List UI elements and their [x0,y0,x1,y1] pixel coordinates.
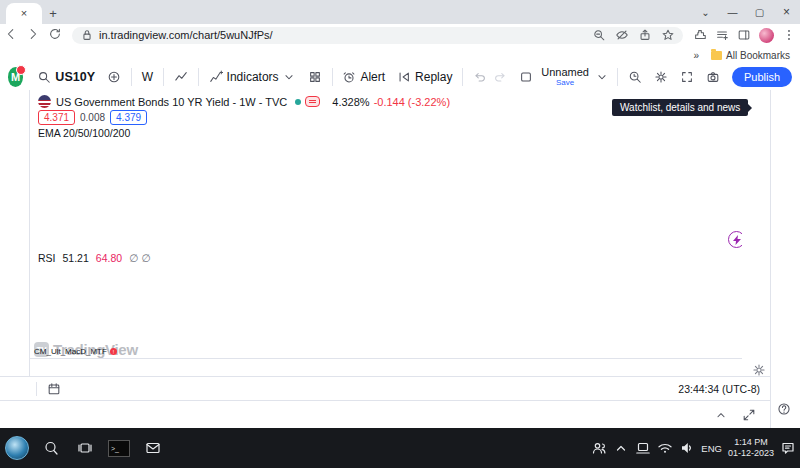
panel-expand-icon[interactable] [742,408,756,422]
price-axis[interactable] [742,90,770,358]
ask-value: 4.379 [110,110,147,125]
go-to-date-icon[interactable] [47,382,61,396]
tv-header: M US10Y W Indicators Alert Replay [0,64,800,91]
bid-ask-row: 4.371 0.008 4.379 [38,110,147,125]
fullscreen-icon[interactable] [674,70,700,84]
layout-select-icon[interactable] [513,70,539,84]
symbol-search-button[interactable]: US10Y [31,70,101,84]
interval-button[interactable]: W [136,70,159,84]
url-bar[interactable]: in.tradingview.com/chart/5wuNJfPs/ [72,27,683,44]
reading-list-icon[interactable] [715,28,729,42]
save-label[interactable]: Save [556,79,574,87]
market-status-dot [295,99,301,105]
browser-toolbar: in.tradingview.com/chart/5wuNJfPs/ [0,24,800,46]
last-value: 4.328% [332,96,369,108]
menu-kebab-icon[interactable] [782,28,796,42]
screen: × + ⌄ — ▢ × in.tradingview.com/chart/5wu… [0,0,800,468]
tray-chevron-icon[interactable] [613,440,629,456]
symbol-label: US10Y [55,70,95,84]
alert-icon [342,70,356,84]
layout-name[interactable]: UnnamedSave [541,67,589,87]
spread-value: 0.008 [80,112,105,123]
minimize-icon[interactable]: — [719,7,746,18]
new-tab-button[interactable]: + [42,3,64,24]
indicator-error-label[interactable]: CM_Ult_MacD_MTF! [34,347,117,356]
indicators-button[interactable]: Indicators [203,70,302,84]
window-controls: ⌄ — ▢ × [692,0,800,24]
change-value: -0.144 (-3.22%) [374,96,450,108]
main-legend[interactable]: US Government Bonds 10 YR Yield - 1W - T… [38,95,450,108]
range-bar: 23:44:34 (UTC-8) [0,376,770,400]
chart-area[interactable] [30,90,742,358]
replay-button[interactable]: Replay [391,70,458,84]
templates-icon[interactable] [302,70,328,84]
all-bookmarks-label[interactable]: All Bookmarks [726,50,790,61]
url-text[interactable]: in.tradingview.com/chart/5wuNJfPs/ [99,29,583,41]
ema-legend[interactable]: EMA 20/50/100/200 [38,127,130,139]
chart-type-icon[interactable] [168,70,194,84]
people-icon[interactable] [591,440,607,456]
panel-chevron-up-icon[interactable] [714,408,728,422]
snapshot-camera-icon[interactable] [700,70,726,84]
device-icon[interactable] [635,440,651,456]
eye-off-icon[interactable] [615,28,629,42]
bookmarks-overflow[interactable]: » [694,50,700,61]
session-clock[interactable]: 23:44:34 (UTC-8) [678,383,760,395]
extensions-icon[interactable] [693,28,707,42]
settings-gear-icon[interactable] [648,70,674,84]
ema-label: EMA 20/50/100/200 [38,127,130,139]
user-avatar[interactable]: M [8,67,23,87]
right-sidebar [770,90,800,428]
rsi-extra-values: ∅ ∅ [129,252,150,264]
legend-title[interactable]: US Government Bonds 10 YR Yield - 1W - T… [56,96,287,108]
share-icon[interactable] [638,28,652,42]
terminal-icon[interactable]: >_ [102,428,136,468]
undo-icon[interactable] [467,70,493,84]
status-bar [0,400,770,428]
bookmark-star-icon[interactable] [661,28,675,42]
chevron-down-icon [282,70,296,84]
us-flag-icon [38,95,51,108]
reload-icon[interactable] [44,27,66,44]
task-view-icon[interactable] [68,428,102,468]
watchlist-tooltip: Watchlist, details and news [612,99,748,116]
bid-value: 4.371 [38,110,75,125]
tab-search-icon[interactable]: ⌄ [692,7,719,18]
publish-button[interactable]: Publish [732,67,792,87]
search-icon [37,70,51,84]
side-panel-icon[interactable] [737,28,751,42]
quick-search-icon[interactable] [622,70,648,84]
profile-avatar[interactable] [759,28,774,43]
language-indicator[interactable]: ENG [701,443,722,454]
maximize-icon[interactable]: ▢ [746,7,773,18]
time-axis[interactable] [30,358,742,377]
data-issue-icon[interactable] [305,96,320,107]
taskbar-search-icon[interactable] [34,428,68,468]
forward-icon[interactable] [22,27,44,44]
alert-button[interactable]: Alert [336,70,391,84]
axis-gear-icon[interactable] [752,363,766,377]
drawing-toolbar [0,90,30,400]
wifi-icon[interactable] [657,440,673,456]
close-icon[interactable]: × [773,5,800,19]
back-icon[interactable] [0,27,22,44]
close-tab-icon[interactable]: × [21,8,27,19]
rsi-legend[interactable]: RSI 51.21 64.80 ∅ ∅ [38,252,150,264]
replay-icon [397,70,411,84]
indicators-icon [209,70,223,84]
action-center-icon[interactable] [780,440,796,456]
active-tab[interactable]: × [6,3,42,24]
layout-chevron-icon[interactable] [591,70,613,84]
mail-icon[interactable] [136,428,170,468]
speaker-icon[interactable] [679,440,695,456]
chart-canvas[interactable] [30,90,742,358]
rsi-label: RSI [38,252,56,264]
clock-date[interactable]: 1:14 PM01-12-2023 [728,437,774,460]
redo-icon[interactable] [493,70,513,84]
start-button[interactable] [0,428,34,468]
windows-taskbar: >_ ENG 1:14 PM01-12-2023 [0,428,800,468]
bookmarks-bar: » All Bookmarks [0,46,800,64]
system-tray: ENG 1:14 PM01-12-2023 [591,437,800,460]
compare-icon[interactable] [101,70,127,84]
zoom-out-icon[interactable] [592,28,606,42]
